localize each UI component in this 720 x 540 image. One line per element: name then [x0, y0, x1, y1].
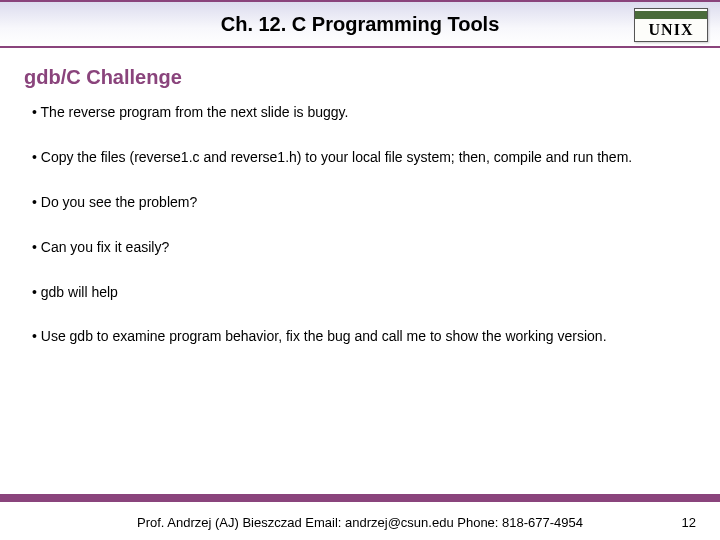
- list-item: Can you fix it easily?: [32, 238, 692, 257]
- chapter-title: Ch. 12. C Programming Tools: [221, 13, 500, 36]
- badge-label: UNIX: [649, 19, 694, 39]
- footer-text: Prof. Andrzej (AJ) Bieszczad Email: andr…: [0, 504, 720, 540]
- list-item: gdb will help: [32, 283, 692, 302]
- page-number: 12: [682, 515, 696, 530]
- list-item: Use gdb to examine program behavior, fix…: [32, 327, 692, 346]
- footer-rule: [0, 494, 720, 502]
- slide-header: Ch. 12. C Programming Tools UNIX: [0, 0, 720, 48]
- unix-badge: UNIX: [634, 8, 708, 42]
- section-title: gdb/C Challenge: [0, 48, 720, 103]
- bullet-list: The reverse program from the next slide …: [0, 103, 720, 346]
- list-item: Copy the files (reverse1.c and reverse1.…: [32, 148, 692, 167]
- list-item: The reverse program from the next slide …: [32, 103, 692, 122]
- badge-stripe: [635, 11, 707, 19]
- list-item: Do you see the problem?: [32, 193, 692, 212]
